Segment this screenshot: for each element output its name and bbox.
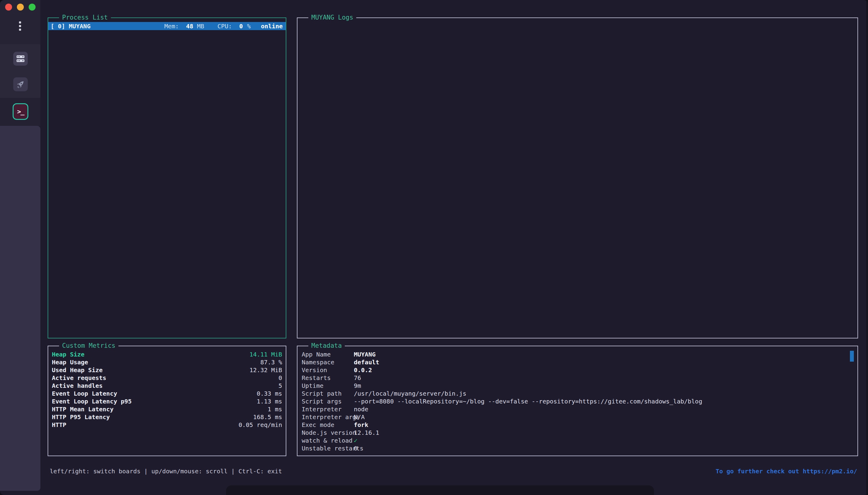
pm2-link[interactable]: To go further check out https://pm2.io/ [716,467,857,475]
app-window: >_ Process List [ 0] MUYANG Mem: 48 MB C… [0,0,868,495]
metric-row: HTTP 0.05 req/min [48,421,286,429]
sidebar-item-terminal-active[interactable]: >_ [13,103,28,120]
zoom-button[interactable] [29,4,36,11]
custom-metrics-title: Custom Metrics [59,341,118,350]
metadata-row: Script path /usr/local/muyang/server/bin… [297,390,857,397]
process-list-title: Process List [59,13,111,22]
sidebar-item-deploy[interactable] [13,78,28,91]
metadata-row: Interpreter node [297,405,857,413]
metric-rows: Heap Size 14.11 MiB Heap Usage 87.3 % Us… [48,351,286,429]
mem-label: Mem: [164,22,179,30]
metric-row: Used Heap Size 12.32 MiB [48,366,286,374]
process-list-panel: Process List [ 0] MUYANG Mem: 48 MB CPU:… [48,17,286,338]
metric-row: Event Loop Latency 0.33 ms [48,390,286,397]
metadata-row: Version 0.0.2 [297,366,857,374]
cpu-unit: % [247,22,251,30]
metric-row: Heap Usage 87.3 % [48,358,286,366]
process-row-selected[interactable]: [ 0] MUYANG Mem: 48 MB CPU: 0 % online [48,22,286,30]
keybinding-help: left/right: switch boards | up/down/mous… [50,467,282,475]
server-icon [16,54,25,63]
window-edge [866,0,868,495]
metadata-rows: App Name MUYANG Namespace default Versio… [297,351,857,452]
terminal-prompt-icon: >_ [17,108,24,115]
dock-shadow [226,485,654,495]
cpu-label: CPU: [217,22,232,30]
metadata-row: Interpreter args N/A [297,413,857,421]
logs-panel[interactable]: MUYANG Logs [297,17,858,338]
metadata-row: App Name MUYANG [297,351,857,358]
rocket-icon [16,80,25,89]
scrollbar-handle[interactable] [850,351,854,362]
metadata-row: Uptime 9m [297,382,857,390]
status-badge: online [261,22,283,30]
process-name: [ 0] MUYANG [48,22,91,30]
kebab-menu-icon[interactable] [19,21,21,31]
metric-row: HTTP P95 Latency 168.5 ms [48,413,286,421]
mem-value: 48 [186,22,193,30]
metadata-row: Node.js version 12.16.1 [297,429,857,437]
minimize-button[interactable] [17,4,24,11]
close-button[interactable] [5,4,12,11]
metric-row: Heap Size 14.11 MiB [48,351,286,358]
metric-row: Active requests 0 [48,374,286,382]
sidebar-body [0,126,40,491]
custom-metrics-panel[interactable]: Custom Metrics Heap Size 14.11 MiB Heap … [48,346,286,456]
cpu-value: 0 [239,22,243,30]
metadata-row: watch & reload ✓ [297,437,857,444]
logs-panel-title: MUYANG Logs [308,13,356,22]
metadata-row: Unstable restarts 0 [297,444,857,452]
metadata-row: Restarts 76 [297,374,857,382]
sidebar-item-server[interactable] [13,52,28,66]
metadata-row: Script args --port=8080 --localRepositor… [297,397,857,405]
metadata-row: Namespace default [297,358,857,366]
metadata-row: Exec mode fork [297,421,857,429]
metric-row: HTTP Mean Latency 1 ms [48,405,286,413]
metadata-panel[interactable]: Metadata App Name MUYANG Namespace defau… [297,346,858,456]
metric-row: Event Loop Latency p95 1.13 ms [48,397,286,405]
metadata-title: Metadata [308,341,345,350]
metric-row: Active handles 5 [48,382,286,390]
mem-unit: MB [197,22,204,30]
